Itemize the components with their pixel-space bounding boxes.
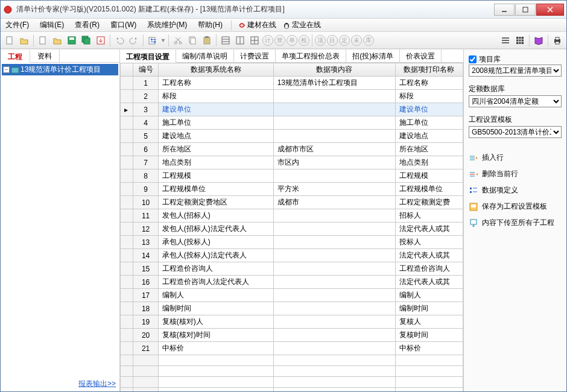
cell-number[interactable]: 9 [133,183,159,196]
export-report-link[interactable]: 报表输出>> [1,376,119,391]
project-lib-check-input[interactable] [469,55,477,63]
cell-content[interactable]: 13规范清单计价工程项目 [273,77,395,90]
table-row[interactable]: 9工程规模单位平方米工程规模单位 [121,183,463,196]
cell-printname[interactable]: 法定代表人或其 [395,223,463,236]
cell-content[interactable] [273,223,395,236]
cell-content[interactable]: 平方米 [273,183,395,196]
cell-sysname[interactable]: 工程造价咨询人 [158,262,273,276]
table-row[interactable]: 21中标价中标价 [121,342,463,355]
row-handle[interactable] [121,196,133,209]
cell-sysname[interactable]: 工程名称 [158,77,273,90]
save-icon[interactable] [65,34,78,47]
cell-printname[interactable]: 标段 [395,90,463,103]
row-handle[interactable] [121,183,133,196]
cell-printname[interactable]: 复核人 [395,315,463,329]
grid3-icon[interactable] [248,34,261,47]
tab-fee-settings[interactable]: 计费设置 [234,49,276,62]
cell-printname[interactable]: 所在地区 [395,143,463,156]
cell-printname[interactable]: 投标人 [395,236,463,249]
tab-bid-list[interactable]: 招(投)标清单 [346,49,400,62]
cell-printname[interactable]: 工程定额测定费 [395,196,463,209]
cell-content[interactable] [273,315,395,329]
cell-sysname[interactable]: 建设单位 [158,103,273,116]
cell-content[interactable] [273,388,395,392]
paste-special-icon[interactable]: ⇆ [146,34,159,47]
row-handle[interactable] [121,289,133,302]
cell-sysname[interactable] [158,355,273,366]
action-define-item[interactable]: 数据项定义 [469,185,562,195]
cell-number[interactable] [133,355,159,366]
cell-sysname[interactable] [158,366,273,377]
table-row[interactable]: 18编制时间编制时间 [121,302,463,315]
maximize-button[interactable] [515,4,536,16]
cell-content[interactable] [273,209,395,223]
undo-icon[interactable] [113,34,126,47]
cell-content[interactable] [273,90,395,103]
cell-number[interactable]: 16 [133,276,159,289]
print-icon[interactable] [551,34,564,47]
cell-content[interactable] [273,249,395,262]
table-row[interactable]: 19复核(核对)人复核人 [121,315,463,329]
cell-printname[interactable]: 编制时间 [395,302,463,315]
ding2-icon[interactable]: 定 [339,35,350,46]
cell-printname[interactable]: 工程名称 [395,77,463,90]
grid2-icon[interactable] [233,34,247,47]
ding-icon[interactable]: 顶 [315,35,326,46]
cell-printname[interactable]: 法定代表人或其 [395,249,463,262]
table-row[interactable] [121,388,463,392]
table-row[interactable] [121,377,463,388]
cell-content[interactable] [273,289,395,302]
cell-sysname[interactable]: 编制时间 [158,302,273,315]
cell-number[interactable]: 10 [133,196,159,209]
cell-printname[interactable]: 建设单位 [395,103,463,116]
cell-number[interactable]: 11 [133,209,159,223]
data-grid[interactable]: 编号 数据项系统名称 数据项内容 数据项打印名称 1工程名称13规范清单计价工程… [120,63,463,391]
row-handle[interactable] [121,329,133,342]
cell-sysname[interactable]: 工程规模 [158,169,273,183]
table-row[interactable] [121,355,463,366]
row-handle[interactable]: ▸ [121,103,133,116]
row-handle[interactable] [121,366,133,377]
table-row[interactable]: 11发包人(招标人)招标人 [121,209,463,223]
row-handle[interactable] [121,377,133,388]
row-handle[interactable] [121,249,133,262]
paste-icon[interactable] [200,34,214,47]
list-icon[interactable] [499,34,512,47]
table-row[interactable]: 2标段标段 [121,90,463,103]
cell-content[interactable] [273,130,395,143]
row-handle[interactable] [121,315,133,329]
cell-number[interactable]: 6 [133,143,159,156]
cell-number[interactable]: 5 [133,130,159,143]
row-handle[interactable] [121,116,133,130]
menu-help[interactable]: 帮助(H) [195,19,225,31]
close-button[interactable] [536,4,564,16]
table-row[interactable]: 10工程定额测定费地区成都市工程定额测定费 [121,196,463,209]
row-handle[interactable] [121,236,133,249]
cell-content[interactable] [273,103,395,116]
row-handle[interactable] [121,90,133,103]
table-row[interactable]: ▸3建设单位建设单位 [121,103,463,116]
col-number[interactable]: 编号 [133,63,159,77]
cell-number[interactable]: 17 [133,289,159,302]
cut-icon[interactable] [171,34,185,47]
row-handle[interactable] [121,130,133,143]
jian-icon[interactable]: 检 [299,35,309,46]
cell-number[interactable]: 7 [133,156,159,169]
cell-sysname[interactable]: 建设地点 [158,130,273,143]
cell-number[interactable]: 19 [133,315,159,329]
cell-content[interactable] [273,116,395,130]
cell-printname[interactable]: 施工单位 [395,116,463,130]
quota-db-select[interactable]: 四川省2004清单定额 [469,95,562,107]
tab-project-settings[interactable]: 工程项目设置 [120,50,176,63]
menu-window[interactable]: 窗口(W) [108,19,139,31]
row-handle[interactable] [121,302,133,315]
cell-number[interactable]: 8 [133,169,159,183]
grid1-icon[interactable] [219,34,232,47]
cell-number[interactable]: 15 [133,262,159,276]
col-handle[interactable] [121,63,133,77]
menu-view[interactable]: 查看(R) [72,19,102,31]
table-row[interactable]: 8工程规模工程规模 [121,169,463,183]
cell-content[interactable] [273,276,395,289]
row-handle[interactable] [121,262,133,276]
cell-sysname[interactable]: 工程造价咨询人法定代表人 [158,276,273,289]
